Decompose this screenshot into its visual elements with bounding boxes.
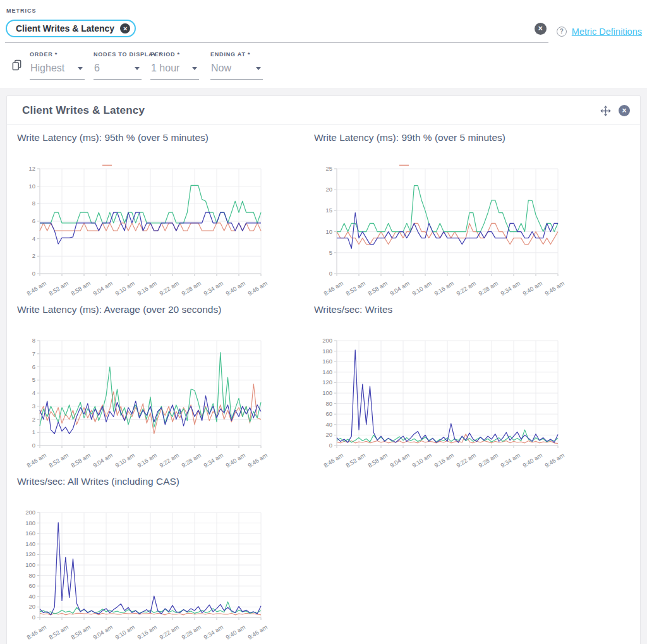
- svg-text:9:16 am: 9:16 am: [136, 623, 158, 641]
- svg-text:200: 200: [322, 337, 332, 344]
- period-select[interactable]: PERIOD * 1 hour: [150, 51, 199, 80]
- svg-text:9:28 am: 9:28 am: [477, 279, 499, 297]
- svg-text:7: 7: [32, 350, 35, 357]
- order-select[interactable]: ORDER * Highest: [30, 51, 85, 80]
- svg-text:0: 0: [32, 270, 35, 277]
- nodes-to-display-select[interactable]: NODES TO DISPLAY * 6: [94, 51, 142, 80]
- svg-text:9:28 am: 9:28 am: [180, 279, 202, 297]
- filter-row: ORDER * Highest NODES TO DISPLAY * 6 PER…: [5, 51, 642, 80]
- svg-text:10: 10: [28, 183, 35, 190]
- chart-title: Write Latency (ms): 95th % (over 5 minut…: [17, 132, 311, 145]
- chart-write-latency-95: Write Latency (ms): 95th % (over 5 minut…: [15, 128, 311, 300]
- svg-text:4: 4: [32, 389, 35, 396]
- svg-text:8:52 am: 8:52 am: [47, 623, 70, 641]
- svg-text:9:04 am: 9:04 am: [389, 279, 411, 297]
- svg-text:8: 8: [32, 337, 35, 344]
- copy-icon[interactable]: [12, 59, 21, 71]
- panel-title: Client Writes & Latency: [22, 104, 145, 117]
- svg-text:40: 40: [28, 593, 35, 600]
- svg-text:160: 160: [322, 358, 332, 365]
- chevron-down-icon: [192, 67, 197, 70]
- svg-text:2: 2: [32, 252, 35, 259]
- svg-text:8:46 am: 8:46 am: [25, 623, 47, 641]
- svg-text:9:10 am: 9:10 am: [114, 451, 136, 469]
- svg-text:8:46 am: 8:46 am: [322, 279, 344, 297]
- nodes-label: NODES TO DISPLAY *: [94, 51, 142, 58]
- svg-text:20: 20: [28, 603, 35, 610]
- write-latency-99-chart: 05101520258:46 am8:52 am8:58 am9:04 am9:…: [311, 164, 577, 300]
- chip-remove-icon[interactable]: ×: [120, 23, 130, 33]
- svg-text:180: 180: [25, 519, 35, 526]
- help-icon[interactable]: ?: [557, 27, 567, 37]
- svg-text:140: 140: [25, 540, 35, 547]
- svg-text:9:16 am: 9:16 am: [136, 451, 158, 469]
- svg-text:40: 40: [325, 421, 332, 428]
- svg-text:120: 120: [25, 550, 35, 557]
- svg-text:9:04 am: 9:04 am: [92, 623, 114, 641]
- svg-text:9:34 am: 9:34 am: [499, 451, 521, 469]
- metric-panel: Client Writes & Latency × Write Latency …: [6, 95, 641, 644]
- metrics-input[interactable]: Client Writes & Latency × ×: [5, 20, 548, 43]
- svg-text:9:10 am: 9:10 am: [114, 279, 136, 297]
- svg-text:140: 140: [322, 368, 332, 375]
- svg-text:8:52 am: 8:52 am: [344, 279, 366, 297]
- svg-text:100: 100: [25, 561, 35, 568]
- svg-text:8:46 am: 8:46 am: [322, 451, 344, 469]
- svg-text:0: 0: [32, 442, 35, 449]
- svg-text:25: 25: [325, 165, 332, 172]
- metrics-toolbar: METRICS Client Writes & Latency × × ? Me…: [0, 0, 647, 88]
- writes-per-sec-chart: 0204060801001201401601802008:46 am8:52 a…: [311, 336, 577, 472]
- svg-text:2: 2: [32, 416, 35, 423]
- svg-text:8:58 am: 8:58 am: [70, 451, 92, 469]
- svg-text:9:04 am: 9:04 am: [92, 279, 114, 297]
- svg-text:9:40 am: 9:40 am: [521, 451, 543, 469]
- clear-metrics-icon[interactable]: ×: [535, 23, 547, 35]
- svg-text:8:58 am: 8:58 am: [366, 451, 389, 469]
- svg-text:9:40 am: 9:40 am: [224, 279, 246, 297]
- svg-text:9:22 am: 9:22 am: [455, 451, 477, 469]
- metric-definitions-link[interactable]: Metric Definitions: [572, 27, 642, 37]
- svg-text:9:34 am: 9:34 am: [202, 451, 224, 469]
- svg-text:9:40 am: 9:40 am: [224, 451, 246, 469]
- svg-text:9:10 am: 9:10 am: [411, 451, 433, 469]
- chart-title: Write Latency (ms): Average (over 20 sec…: [17, 304, 311, 317]
- svg-text:80: 80: [325, 400, 332, 407]
- svg-text:160: 160: [25, 530, 35, 537]
- svg-text:6: 6: [32, 363, 35, 370]
- svg-text:9:46 am: 9:46 am: [246, 623, 269, 641]
- chart-writes-per-sec: Writes/sec: Writes 020406080100120140160…: [311, 300, 635, 471]
- svg-text:8:46 am: 8:46 am: [25, 451, 47, 469]
- svg-text:120: 120: [322, 379, 332, 386]
- move-panel-icon[interactable]: [600, 105, 612, 117]
- svg-text:9:46 am: 9:46 am: [543, 279, 565, 297]
- svg-text:3: 3: [32, 403, 35, 410]
- svg-text:0: 0: [329, 270, 332, 277]
- write-latency-95-chart: 0246810128:46 am8:52 am8:58 am9:04 am9:1…: [15, 164, 280, 300]
- metrics-field-label: METRICS: [6, 8, 642, 14]
- svg-text:9:16 am: 9:16 am: [433, 451, 455, 469]
- chevron-down-icon: [135, 67, 140, 70]
- close-panel-icon[interactable]: ×: [619, 105, 630, 116]
- svg-text:9:16 am: 9:16 am: [433, 279, 455, 297]
- svg-text:10: 10: [325, 228, 332, 235]
- ending-at-select[interactable]: ENDING AT * Now: [210, 51, 263, 80]
- svg-text:9:46 am: 9:46 am: [246, 451, 269, 469]
- svg-text:20: 20: [325, 431, 332, 438]
- svg-text:9:28 am: 9:28 am: [180, 623, 202, 641]
- svg-text:4: 4: [32, 235, 35, 242]
- write-latency-avg-chart: 0123456788:46 am8:52 am8:58 am9:04 am9:1…: [15, 336, 280, 472]
- panel-header: Client Writes & Latency ×: [7, 96, 640, 125]
- svg-text:0: 0: [32, 614, 35, 621]
- svg-text:8:46 am: 8:46 am: [25, 279, 47, 297]
- svg-text:8:52 am: 8:52 am: [47, 451, 70, 469]
- svg-text:200: 200: [25, 509, 35, 516]
- chart-write-latency-99: Write Latency (ms): 99th % (over 5 minut…: [311, 128, 635, 300]
- svg-text:8:58 am: 8:58 am: [70, 623, 92, 641]
- svg-text:9:04 am: 9:04 am: [389, 451, 411, 469]
- metric-chip[interactable]: Client Writes & Latency ×: [6, 20, 136, 37]
- chevron-down-icon: [256, 67, 261, 70]
- svg-text:180: 180: [322, 348, 332, 355]
- svg-text:12: 12: [28, 165, 35, 172]
- svg-text:60: 60: [28, 582, 35, 589]
- svg-text:15: 15: [325, 207, 332, 214]
